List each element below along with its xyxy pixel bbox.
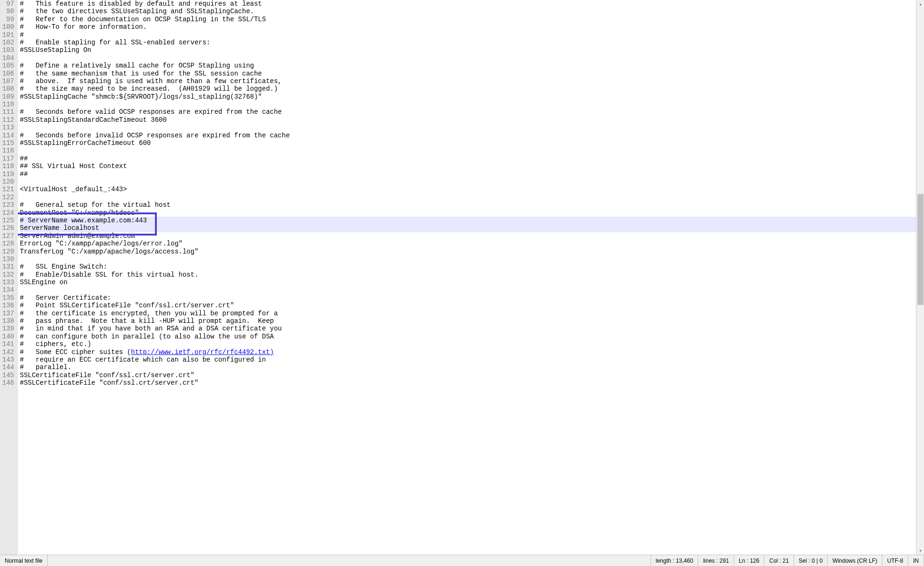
- code-area[interactable]: # This feature is disabled by default an…: [18, 0, 916, 555]
- code-line[interactable]: # Point SSLCertificateFile "conf/ssl.crt…: [20, 302, 916, 309]
- status-lines: lines : 291: [698, 555, 734, 566]
- line-number: 142: [2, 348, 14, 356]
- code-line[interactable]: [20, 147, 916, 154]
- code-line[interactable]: ServerName localhost: [20, 224, 916, 232]
- code-line[interactable]: # require an ECC certificate which can a…: [20, 356, 916, 363]
- line-number: 100: [2, 23, 14, 31]
- code-line[interactable]: # the same mechanism that is used for th…: [20, 70, 916, 77]
- code-line[interactable]: # the certificate is encrypted, then you…: [20, 310, 916, 317]
- line-number: 145: [2, 372, 14, 379]
- code-line[interactable]: [20, 54, 916, 62]
- line-number: 109: [2, 93, 14, 101]
- code-line[interactable]: [20, 255, 916, 263]
- vertical-scrollbar[interactable]: ▴ ▾: [916, 0, 924, 555]
- scroll-up-arrow[interactable]: ▴: [916, 0, 924, 8]
- status-ins: IN: [908, 555, 924, 566]
- editor-area[interactable]: 9798991001011021031041051061071081091101…: [0, 0, 924, 555]
- code-line[interactable]: # How-To for more information.: [20, 23, 916, 31]
- url-link[interactable]: http://www.ietf.org/rfc/rfc4492.txt): [131, 348, 274, 356]
- code-line[interactable]: #SSLCertificateFile "conf/ssl.crt/server…: [20, 379, 916, 387]
- code-line[interactable]: [20, 194, 916, 201]
- line-number: 132: [2, 271, 14, 279]
- code-line[interactable]: #SSLStaplingErrorCacheTimeout 600: [20, 139, 916, 147]
- line-number: 137: [2, 310, 14, 317]
- code-line[interactable]: # Define a relatively small cache for OC…: [20, 62, 916, 69]
- code-line[interactable]: # the two directives SSLUseStapling and …: [20, 8, 916, 15]
- line-number: 122: [2, 194, 14, 201]
- status-encoding: UTF-8: [882, 555, 908, 566]
- code-line[interactable]: ErrorLog "C:/xampp/apache/logs/error.log…: [20, 240, 916, 247]
- code-line[interactable]: #SSLStaplingCache "shmcb:${SRVROOT}/logs…: [20, 93, 916, 101]
- code-line[interactable]: SSLEngine on: [20, 279, 916, 286]
- line-number: 99: [2, 16, 14, 23]
- status-file-type: Normal text file: [0, 555, 48, 566]
- line-number: 125: [2, 217, 14, 224]
- code-line[interactable]: [20, 286, 916, 294]
- code-line[interactable]: ##: [20, 155, 916, 162]
- code-line[interactable]: DocumentRoot "C:/xampp/htdocs": [20, 209, 916, 217]
- line-number: 134: [2, 286, 14, 294]
- code-line[interactable]: # ServerName www.example.com:443: [20, 217, 916, 224]
- code-line[interactable]: [20, 124, 916, 131]
- code-line[interactable]: # Seconds before valid OCSP responses ar…: [20, 108, 916, 116]
- code-line[interactable]: <VirtualHost _default_:443>: [20, 186, 916, 193]
- scroll-down-arrow[interactable]: ▾: [916, 547, 924, 555]
- line-number: 127: [2, 232, 14, 240]
- editor-window: 9798991001011021031041051061071081091101…: [0, 0, 924, 566]
- code-line[interactable]: # Some ECC cipher suites (http://www.iet…: [20, 348, 916, 356]
- code-line[interactable]: # the size may need to be increased. (AH…: [20, 85, 916, 93]
- line-number-gutter[interactable]: 9798991001011021031041051061071081091101…: [0, 0, 18, 555]
- line-number: 103: [2, 46, 14, 54]
- line-number: 123: [2, 201, 14, 209]
- code-line[interactable]: # parallel.: [20, 363, 916, 371]
- code-line[interactable]: #SSLStaplingStandardCacheTimeout 3600: [20, 116, 916, 124]
- code-line[interactable]: # ciphers, etc.): [20, 340, 916, 348]
- line-number: 119: [2, 170, 14, 178]
- line-number: 112: [2, 116, 14, 124]
- line-number: 131: [2, 263, 14, 270]
- code-line[interactable]: [20, 101, 916, 108]
- code-line[interactable]: #: [20, 31, 916, 39]
- code-line[interactable]: # Refer to the documentation on OCSP Sta…: [20, 16, 916, 23]
- code-line[interactable]: TransferLog "C:/xampp/apache/logs/access…: [20, 248, 916, 255]
- code-line[interactable]: # SSL Engine Switch:: [20, 263, 916, 270]
- code-line[interactable]: SSLCertificateFile "conf/ssl.crt/server.…: [20, 372, 916, 379]
- code-line[interactable]: # Server Certificate:: [20, 294, 916, 302]
- code-line[interactable]: # above. If stapling is used with more t…: [20, 77, 916, 85]
- line-number: 126: [2, 224, 14, 232]
- status-spacer: [48, 555, 651, 566]
- code-line[interactable]: # can configure both in parallel (to als…: [20, 333, 916, 340]
- code-line[interactable]: #SSLUseStapling On: [20, 46, 916, 54]
- code-line[interactable]: [20, 178, 916, 186]
- line-number: 129: [2, 248, 14, 255]
- line-number: 146: [2, 379, 14, 387]
- code-line[interactable]: ##: [20, 170, 916, 178]
- line-number: 116: [2, 147, 14, 154]
- line-number: 108: [2, 85, 14, 93]
- code-line[interactable]: # in mind that if you have both an RSA a…: [20, 325, 916, 332]
- status-col: Col : 21: [764, 555, 794, 566]
- line-number: 106: [2, 70, 14, 77]
- code-line[interactable]: ## SSL Virtual Host Context: [20, 162, 916, 170]
- code-line[interactable]: # General setup for the virtual host: [20, 201, 916, 209]
- line-number: 138: [2, 317, 14, 325]
- line-number: 124: [2, 209, 14, 217]
- line-number: 111: [2, 108, 14, 116]
- code-line[interactable]: # Enable/Disable SSL for this virtual ho…: [20, 271, 916, 279]
- code-line[interactable]: # pass phrase. Note that a kill -HUP wil…: [20, 317, 916, 325]
- line-number: 135: [2, 294, 14, 302]
- line-number: 139: [2, 325, 14, 332]
- scroll-thumb[interactable]: [917, 194, 924, 305]
- code-line[interactable]: # Seconds before invalid OCSP responses …: [20, 132, 916, 139]
- code-line[interactable]: # Enable stapling for all SSL-enabled se…: [20, 39, 916, 46]
- code-line[interactable]: # This feature is disabled by default an…: [20, 0, 916, 8]
- line-number: 128: [2, 240, 14, 247]
- line-number: 118: [2, 162, 14, 170]
- line-number: 115: [2, 139, 14, 147]
- code-line[interactable]: ServerAdmin admin@example.com: [20, 232, 916, 240]
- line-number: 117: [2, 155, 14, 162]
- status-length: length : 13,460: [651, 555, 698, 566]
- line-number: 140: [2, 333, 14, 340]
- status-eol: Windows (CR LF): [828, 555, 882, 566]
- status-ln: Ln : 126: [734, 555, 764, 566]
